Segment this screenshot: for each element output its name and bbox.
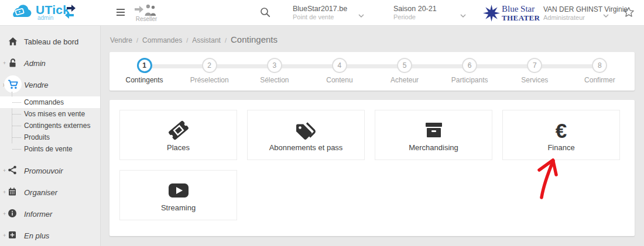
wizard-stepper: 1 Contingents 2 Préselection 3 Sélection…	[109, 52, 635, 91]
tags-icon	[294, 118, 318, 143]
period-dropdown[interactable]: Saison 20-21 Periode	[393, 5, 437, 21]
step-participants[interactable]: 6 Participants	[437, 58, 502, 84]
step-contingents[interactable]: 1 Contingents	[112, 58, 177, 84]
favorite-star-icon[interactable]	[623, 6, 635, 19]
reseller-button[interactable]: Reseller	[132, 3, 160, 22]
step-preselection[interactable]: 2 Préselection	[177, 58, 242, 84]
play-icon	[167, 178, 190, 203]
user-menu[interactable]: VAN DER GHINST Virginie Administrateur	[543, 5, 628, 22]
arrow-left-icon	[64, 11, 74, 19]
reseller-label: Reseller	[132, 16, 160, 22]
top-header: UTick admin Reseller BlueStar2017.be Poi…	[0, 0, 644, 26]
breadcrumb-item-vendre[interactable]: Vendre	[110, 36, 132, 44]
box-icon	[423, 118, 444, 143]
euro-icon: €	[556, 118, 567, 143]
step-services[interactable]: 7 Services	[502, 58, 567, 84]
starburst-icon	[482, 4, 501, 22]
menu-toggle-icon[interactable]	[117, 9, 125, 18]
ticket-icon	[165, 118, 192, 143]
sidebar-subitem-contingents-externes[interactable]: Contingents externes	[0, 120, 100, 131]
sidebar-item-en-plus[interactable]: + En plus	[0, 224, 100, 246]
step-acheteur[interactable]: 5 Acheteur	[372, 58, 437, 84]
point-of-sale-label: Point de vente	[293, 13, 347, 21]
sidebar-subitem-commandes[interactable]: Commandes	[0, 96, 100, 108]
plus-square-icon	[8, 230, 18, 241]
breadcrumb-current: Contingents	[231, 34, 278, 44]
card-merchandising[interactable]: Merchandising	[375, 110, 492, 160]
card-finance[interactable]: € Finance	[502, 110, 620, 160]
calendar-icon	[8, 187, 18, 198]
sidebar-item-label: Tableau de bord	[24, 37, 78, 46]
card-places[interactable]: Places	[119, 110, 237, 160]
contingent-type-cards: Places Abonnements et pass Merchandi	[109, 100, 635, 236]
sidebar-item-admin[interactable]: + Admin	[0, 52, 100, 74]
sidebar-item-organiser[interactable]: + Organiser	[0, 181, 100, 203]
expand-marker[interactable]: +	[3, 189, 6, 195]
sidebar-item-label: Organiser	[24, 188, 57, 196]
sidebar-item-label: En plus	[24, 231, 49, 240]
chevron-down-icon[interactable]	[460, 11, 466, 20]
lock-icon	[8, 58, 18, 68]
period-label: Periode	[393, 13, 437, 21]
expand-marker[interactable]: +	[3, 60, 6, 66]
breadcrumb-item-assistant[interactable]: Assistant	[192, 36, 221, 44]
sidebar-item-label: Promouvoir	[24, 166, 63, 175]
sidebar-nav: Tableau de bord + Admin x Vendre Command…	[0, 26, 101, 246]
sidebar-subitem-points-de-vente[interactable]: Points de vente	[0, 143, 100, 155]
reseller-people-icon	[135, 3, 158, 16]
expand-marker[interactable]: +	[3, 168, 6, 174]
organization-logo: Blue Star THEATER	[482, 4, 540, 22]
sidebar-subitem-vos-mises-en-vente[interactable]: Vos mises en vente	[0, 108, 100, 120]
card-abonnements-et-pass[interactable]: Abonnements et pass	[247, 110, 365, 160]
point-of-sale-dropdown[interactable]: BlueStar2017.be Point de vente	[293, 5, 347, 21]
expand-marker[interactable]: +	[3, 233, 6, 238]
info-icon	[8, 209, 18, 219]
search-icon[interactable]	[260, 7, 270, 19]
sidebar-item-label: Informer	[24, 209, 52, 218]
expand-marker[interactable]: +	[3, 211, 6, 217]
sidebar-item-tableau-de-bord[interactable]: Tableau de bord	[0, 30, 100, 52]
step-selection[interactable]: 3 Sélection	[242, 58, 307, 84]
home-icon	[8, 36, 18, 47]
breadcrumb-item-commandes[interactable]: Commandes	[142, 36, 182, 44]
step-contenu[interactable]: 4 Contenu	[307, 58, 372, 84]
period-value: Saison 20-21	[393, 5, 437, 13]
user-name: VAN DER GHINST Virginie	[543, 5, 628, 14]
organization-name-line1: Blue Star	[502, 5, 540, 14]
sidebar-item-label: Admin	[24, 58, 46, 67]
sidebar-item-promouvoir[interactable]: + Promouvoir	[0, 160, 100, 181]
point-of-sale-value: BlueStar2017.be	[293, 5, 347, 13]
main-content: Vendre / Commandes / Assistant / Conting…	[101, 26, 644, 246]
sidebar-subitem-produits[interactable]: Produits	[0, 131, 100, 143]
organization-name-line2: THEATER	[502, 14, 540, 22]
breadcrumb: Vendre / Commandes / Assistant / Conting…	[101, 26, 644, 44]
cloud-ticket-icon	[7, 2, 34, 22]
chevron-down-icon[interactable]	[603, 11, 609, 20]
chevron-down-icon[interactable]	[358, 11, 364, 20]
card-streaming[interactable]: Streaming	[119, 170, 237, 220]
cart-icon	[8, 79, 18, 89]
share-icon	[8, 165, 18, 176]
sidebar-item-vendre[interactable]: x Vendre	[0, 74, 100, 95]
sidebar-item-informer[interactable]: + Informer	[0, 203, 100, 224]
user-role: Administrateur	[543, 14, 628, 22]
vendre-submenu: Commandes Vos mises en vente Contingents…	[0, 95, 100, 160]
step-confirmer[interactable]: 8 Confirmer	[567, 58, 632, 84]
utick-logo[interactable]: UTick admin	[7, 2, 78, 22]
sidebar-item-label: Vendre	[24, 80, 48, 89]
